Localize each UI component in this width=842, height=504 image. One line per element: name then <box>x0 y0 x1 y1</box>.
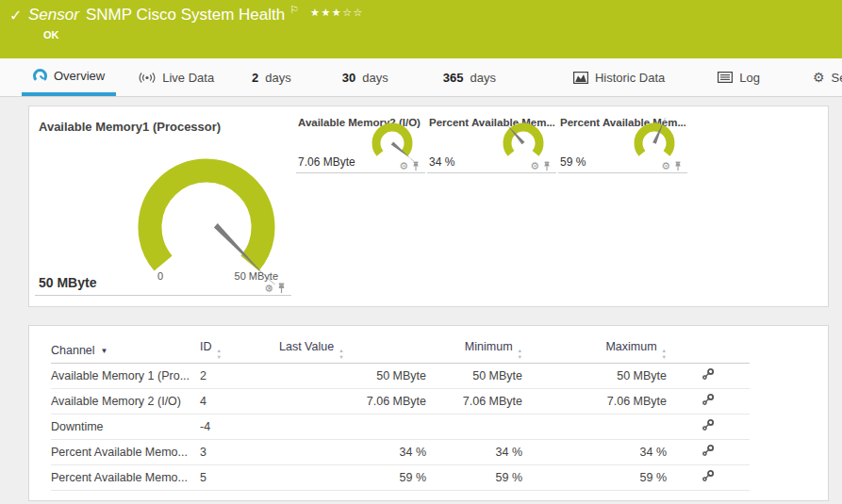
col-header-id[interactable]: ID▲▼ <box>200 338 279 363</box>
tab-label: days <box>362 71 388 85</box>
sensor-header: ✓ SensorSNMP Cisco System Health⚐★★★☆☆ O… <box>0 0 842 58</box>
gauge-cell-available-memory1[interactable]: Available Memory1 (Processor) x 0 50 MBy… <box>35 112 291 296</box>
sort-desc-icon: ▼ <box>101 347 108 355</box>
channel-last-value: 34 % <box>279 439 426 464</box>
edit-channel-gears-icon[interactable] <box>702 469 715 482</box>
gear-icon: ⚙ <box>813 71 825 84</box>
tab-number: 30 <box>342 71 355 85</box>
tab-log[interactable]: Log <box>706 58 771 96</box>
priority-stars[interactable]: ★★★☆☆ <box>310 7 364 18</box>
gauge-settings-gear-icon[interactable]: ⚙ <box>264 284 273 294</box>
channel-name[interactable]: Percent Available Memo... <box>51 464 200 490</box>
gauge-settings-gear-icon[interactable]: ⚙ <box>399 161 408 171</box>
gauge-value: 34 % <box>429 155 454 169</box>
edit-channel-gears-icon[interactable] <box>702 444 715 457</box>
tab-365-days[interactable]: 365 days <box>432 58 507 96</box>
tab-label: Log <box>739 71 760 85</box>
tab-2-days[interactable]: 2 days <box>240 58 303 96</box>
gauge-scale-max: 50 MByte <box>235 270 278 282</box>
page-title: SNMP Cisco System Health <box>86 6 285 24</box>
channel-minimum <box>426 414 522 439</box>
channel-id: 3 <box>200 439 279 464</box>
tab-number: 365 <box>443 71 464 85</box>
tab-label: days <box>265 71 290 85</box>
channel-name[interactable]: Downtime <box>51 414 200 439</box>
channel-id: -4 <box>200 414 279 439</box>
gauge-settings-gear-icon[interactable]: ⚙ <box>530 161 539 171</box>
channel-last-value: 50 MByte <box>279 363 426 388</box>
chart-icon <box>573 72 588 84</box>
table-row[interactable]: Percent Available Memo... 3 34 % 34 % 34… <box>51 439 750 464</box>
channel-minimum: 7.06 MByte <box>426 388 522 414</box>
tab-label: days <box>470 71 495 85</box>
channel-id: 5 <box>200 464 279 490</box>
tab-live-data[interactable]: Live Data <box>127 58 225 96</box>
gauge-title: Available Memory1 (Processor) <box>39 120 221 134</box>
channel-id: 2 <box>200 363 279 388</box>
gauge-value: 7.06 MByte <box>298 155 355 169</box>
broadcast-icon <box>139 72 156 84</box>
tab-label: Overview <box>54 69 105 83</box>
sensor-kind-label: Sensor <box>28 6 79 24</box>
channels-panel: Channel▼ ID▲▼ Last Value▲▼ Minimum▲▼ Max… <box>28 325 829 501</box>
channel-maximum: 34 % <box>522 439 667 464</box>
edit-channel-gears-icon[interactable] <box>702 418 715 431</box>
gauge-value: 59 % <box>560 155 586 169</box>
tab-historic-data[interactable]: Historic Data <box>562 58 676 96</box>
pin-icon[interactable] <box>543 161 551 171</box>
edit-channel-gears-icon[interactable] <box>702 367 715 381</box>
channels-table: Channel▼ ID▲▼ Last Value▲▼ Minimum▲▼ Max… <box>51 338 750 491</box>
sensor-title-line: SensorSNMP Cisco System Health⚐★★★☆☆ <box>28 6 364 24</box>
tab-label: Live Data <box>162 71 214 85</box>
gauge-cell-percent-memory2[interactable]: Percent Available Mem... 59 % ⚙ <box>558 112 687 173</box>
tab-label: Historic Data <box>595 71 665 85</box>
channel-name[interactable]: Available Memory 2 (I/O) <box>51 388 200 414</box>
gauge-cell-available-memory2[interactable]: Available Memory2 (I/O) 7.06 MByte ⚙ <box>296 112 425 173</box>
edit-channel-gears-icon[interactable] <box>702 393 715 406</box>
channel-last-value: 7.06 MByte <box>279 388 426 414</box>
channel-maximum: 7.06 MByte <box>522 388 667 414</box>
channel-id: 4 <box>200 388 279 414</box>
tab-settings[interactable]: ⚙ Settings <box>801 58 842 96</box>
tab-number: 2 <box>252 71 258 85</box>
table-row[interactable]: Available Memory 2 (I/O) 4 7.06 MByte 7.… <box>51 388 750 414</box>
channel-name[interactable]: Percent Available Memo... <box>51 439 200 464</box>
tab-30-days[interactable]: 30 days <box>331 58 400 96</box>
gauges-panel: Available Memory1 (Processor) x 0 50 MBy… <box>28 106 829 307</box>
sort-icon: ▲▼ <box>338 348 343 360</box>
channel-name[interactable]: Available Memory 1 (Pro... <box>51 363 200 388</box>
channel-minimum: 34 % <box>426 439 522 464</box>
col-header-last-value[interactable]: Last Value▲▼ <box>279 338 426 363</box>
log-icon <box>718 72 733 83</box>
col-header-edit <box>667 338 750 363</box>
sort-icon: ▲▼ <box>518 348 522 360</box>
sort-icon: ▲▼ <box>217 348 222 360</box>
channel-last-value <box>279 414 426 439</box>
table-header-row: Channel▼ ID▲▼ Last Value▲▼ Minimum▲▼ Max… <box>51 338 750 363</box>
pin-icon[interactable] <box>412 161 420 171</box>
channel-maximum <box>522 414 667 439</box>
col-header-minimum[interactable]: Minimum▲▼ <box>426 338 522 363</box>
channel-last-value: 59 % <box>279 464 426 490</box>
col-header-channel[interactable]: Channel▼ <box>51 338 200 363</box>
sort-icon: ▲▼ <box>662 348 667 360</box>
table-row[interactable]: Percent Available Memo... 5 59 % 59 % 59… <box>51 464 750 490</box>
flag-icon[interactable]: ⚐ <box>289 4 299 15</box>
channel-maximum: 50 MByte <box>522 363 667 388</box>
channel-minimum: 59 % <box>426 464 522 490</box>
channel-maximum: 59 % <box>522 464 667 490</box>
pin-icon[interactable] <box>277 283 286 294</box>
status-ok-check-icon: ✓ <box>9 7 22 24</box>
col-header-maximum[interactable]: Maximum▲▼ <box>522 338 667 363</box>
tab-bar: Overview Live Data 2 days 30 days 365 da… <box>0 58 842 97</box>
table-row[interactable]: Downtime -4 <box>51 414 750 439</box>
table-row[interactable]: Available Memory 1 (Pro... 2 50 MByte 50… <box>51 363 750 388</box>
pin-icon[interactable] <box>674 161 682 171</box>
gauge-value: 50 MByte <box>39 275 96 290</box>
gauge-cell-percent-memory1[interactable]: Percent Available Mem... 34 % ⚙ <box>427 112 556 173</box>
gauge-icon <box>33 69 47 83</box>
tab-overview[interactable]: Overview <box>22 58 116 96</box>
channel-minimum: 50 MByte <box>426 363 522 388</box>
status-badge: OK <box>43 29 59 41</box>
gauge-settings-gear-icon[interactable]: ⚙ <box>661 161 670 171</box>
